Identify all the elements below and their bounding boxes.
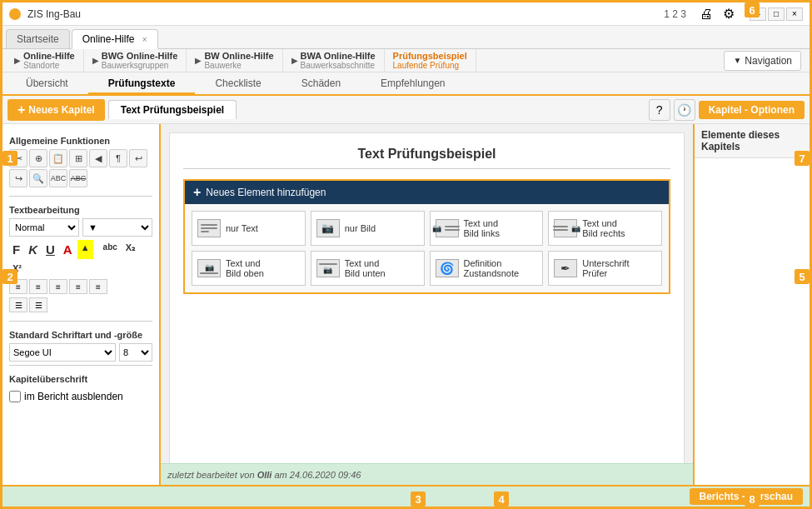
textbearbeitung-title: Textbearbeitung xyxy=(9,205,152,215)
element-text-bild-unten[interactable]: 📷 Text undBild unten xyxy=(311,251,425,286)
ribbon-tab-empfehlungen[interactable]: Empfehlungen xyxy=(361,74,465,94)
element-text-bild-links[interactable]: 📷 Text undBild links xyxy=(430,211,544,246)
element-text-bild-oben[interactable]: 📷 Text undBild oben xyxy=(192,251,306,286)
new-chapter-button[interactable]: + Neues Kapitel xyxy=(7,99,105,121)
nav-arrow-3: ▶ xyxy=(195,56,202,65)
ribbon-tab-ubersicht[interactable]: Übersicht xyxy=(6,74,88,94)
ribbon-nav-sub-bwg: Bauwerksgruppen xyxy=(102,61,178,70)
ribbon-nav-label-bw: BW Online-Hilfe xyxy=(204,51,273,61)
bericht-ausblenden-row: im Bericht ausblenden xyxy=(9,391,152,402)
color-a-button[interactable]: A xyxy=(60,240,76,259)
divider-1 xyxy=(9,196,152,197)
element-definition[interactable]: 🌀 DefinitionZustandsnote xyxy=(430,251,544,286)
unterschrift-label: UnterschriftPrüfer xyxy=(582,258,629,278)
abc1-icon[interactable]: ABC xyxy=(49,169,67,187)
standard-schriftart-title: Standard Schriftart und -größe xyxy=(9,330,152,340)
align-justify-button[interactable]: ≡ xyxy=(69,279,87,294)
align-center-button[interactable]: ≡ xyxy=(29,279,47,294)
area-label-8: 8 xyxy=(745,492,760,507)
ribbon-nav-bwa[interactable]: ▶ BWA Online-Hilfe Bauwerksabschnitte xyxy=(283,49,385,72)
gear-icon[interactable]: ⚙ xyxy=(723,6,735,22)
format-icon[interactable]: ⊞ xyxy=(69,149,87,167)
info-button[interactable]: 🕐 xyxy=(674,99,695,121)
ribbon-nav-bw[interactable]: ▶ BW Online-Hilfe Bauwerke xyxy=(187,49,282,72)
italic-button[interactable]: K xyxy=(25,240,41,259)
top-toolbar: + Neues Kapitel Text Prüfungsbeispiel ? … xyxy=(2,96,810,124)
kapitel-optionen-label: Kapitel - Optionen xyxy=(709,104,795,116)
ribbon-nav-bwg[interactable]: ▶ BWG Online-Hilfe Bauwerksgruppen xyxy=(84,49,187,72)
element-text-bild-rechts[interactable]: 📷 Text undBild rechts xyxy=(548,211,662,246)
camera-bottom-icon: 📷 xyxy=(323,266,332,274)
text-style-select[interactable]: Normal xyxy=(9,218,79,237)
redo-icon[interactable]: ↪ xyxy=(9,169,27,187)
paste-icon[interactable]: 📋 xyxy=(49,149,67,167)
definition-label: DefinitionZustandsnote xyxy=(464,258,520,278)
status-bar: zuletzt bearbeitet von Olli am 24.06.202… xyxy=(161,463,693,485)
copy-icon[interactable]: ⊕ xyxy=(29,149,47,167)
kapitel-optionen-button[interactable]: Kapitel - Optionen xyxy=(699,101,805,119)
area-label-5: 5 xyxy=(795,269,810,284)
ribbon-nav-label-bwg: BWG Online-Hilfe xyxy=(102,51,178,61)
element-options-grid: nur Text 📷 nur Bild xyxy=(185,204,669,292)
underline-button[interactable]: U xyxy=(42,240,58,259)
abc-sub-button[interactable]: abc xyxy=(100,240,121,259)
app-icon xyxy=(9,8,21,20)
ribbon-tab-checkliste-label: Checkliste xyxy=(215,77,261,89)
maximize-button[interactable]: □ xyxy=(768,7,785,21)
ribbon-nav-pruefung[interactable]: Prüfungsbeispiel Laufende Prüfung xyxy=(385,49,476,72)
ribbon-nav-label-pruefung: Prüfungsbeispiel xyxy=(393,51,467,61)
search-icon[interactable]: 🔍 xyxy=(29,169,47,187)
separator xyxy=(95,240,98,259)
bullet-list-button[interactable]: ☰ xyxy=(9,297,27,312)
ribbon-tab-checkliste[interactable]: Checkliste xyxy=(195,74,281,94)
text-bild-links-icon: 📷 xyxy=(436,219,459,237)
bericht-ausblenden-checkbox[interactable] xyxy=(9,391,21,402)
main-window: 1 2 3 4 5 6 7 8 ZIS Ing-Bau 1 2 3 🖨 ⚙ – … xyxy=(0,0,812,509)
tab-startseite[interactable]: Startseite xyxy=(6,29,70,48)
ribbon-tab-pruefungstexte[interactable]: Prüfungstexte xyxy=(88,74,196,94)
tab-bar: Startseite Online-Hilfe × xyxy=(2,26,810,49)
numbered-list-button[interactable]: ☰ xyxy=(29,297,47,312)
element-nur-text[interactable]: nur Text xyxy=(192,211,306,246)
ribbon-nav-sub-bw: Bauwerke xyxy=(204,61,273,70)
bericht-ausblenden-label: im Bericht ausblenden xyxy=(24,391,123,402)
toolbar-right: ? 🕐 Kapitel - Optionen xyxy=(649,99,805,121)
tab-close-icon[interactable]: × xyxy=(142,35,147,44)
content-area: Text Prüfungsbeispiel + Neues Element hi… xyxy=(161,124,693,485)
title-bar: ZIS Ing-Bau 1 2 3 🖨 ⚙ – □ × xyxy=(2,2,810,26)
abc2-icon[interactable]: ABC xyxy=(69,169,87,187)
undo-icon[interactable]: ↩ xyxy=(129,149,147,167)
status-user: Olli xyxy=(257,470,272,480)
text-size-select2[interactable]: ▼ xyxy=(82,218,152,237)
print-icon[interactable]: 🖨 xyxy=(700,7,713,22)
text-bild-unten-icon: 📷 xyxy=(316,259,340,277)
back-icon[interactable]: ◀ xyxy=(89,149,107,167)
para-icon[interactable]: ¶ xyxy=(109,149,127,167)
help-icon: ? xyxy=(656,103,663,117)
tab-online-hilfe[interactable]: Online-Hilfe × xyxy=(72,29,158,49)
subscript-button[interactable]: X₂ xyxy=(122,240,138,259)
element-unterschrift[interactable]: ✒ UnterschriftPrüfer xyxy=(548,251,662,286)
highlight-button[interactable]: ▲ xyxy=(77,240,93,259)
number-display: 1 2 3 xyxy=(664,8,686,20)
text-pruefungsbeispiel-tab[interactable]: Text Prüfungsbeispiel xyxy=(108,100,237,119)
ribbon-nav-online-hilfe[interactable]: ▶ Online-Hilfe Standorte xyxy=(6,49,84,72)
align-right-button[interactable]: ≡ xyxy=(49,279,67,294)
navigation-button[interactable]: ▼ Navigation xyxy=(724,51,801,71)
font-name-select[interactable]: Segoe UI xyxy=(9,343,116,362)
text-bild-links-label: Text undBild links xyxy=(464,218,500,238)
help-button[interactable]: ? xyxy=(649,99,670,121)
indent-button[interactable]: ≡ xyxy=(89,279,107,294)
add-element-header[interactable]: + Neues Element hinzufügen xyxy=(185,181,669,204)
nur-text-label: nur Text xyxy=(226,223,258,233)
nav-arrow-1: ▶ xyxy=(14,56,21,65)
status-prefix: zuletzt bearbeitet von xyxy=(167,470,255,480)
area-label-4: 4 xyxy=(494,492,509,507)
ribbon-tab-schaden[interactable]: Schäden xyxy=(281,74,361,94)
close-button[interactable]: × xyxy=(786,7,803,21)
tab-startseite-label: Startseite xyxy=(17,33,59,45)
element-nur-bild[interactable]: 📷 nur Bild xyxy=(311,211,425,246)
bold-button[interactable]: F xyxy=(9,240,23,259)
font-select-row: Segoe UI 8 xyxy=(9,343,152,362)
font-size-select[interactable]: 8 xyxy=(119,343,152,362)
